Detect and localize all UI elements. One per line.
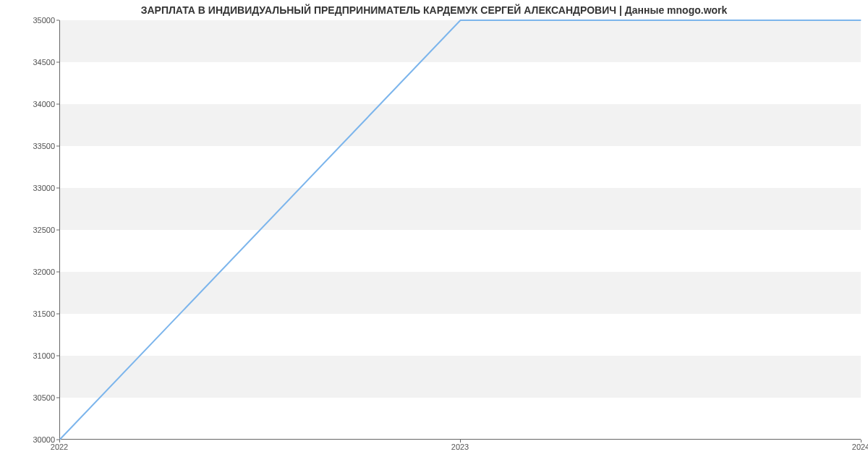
x-tick-mark <box>861 440 861 443</box>
y-tick-mark <box>56 146 59 147</box>
chart-title: ЗАРПЛАТА В ИНДИВИДУАЛЬНЫЙ ПРЕДПРИНИМАТЕЛ… <box>0 4 868 16</box>
y-tick-mark <box>56 62 59 63</box>
x-tick-label: 2022 <box>51 443 68 451</box>
line-layer <box>60 20 861 439</box>
y-tick-mark <box>56 104 59 105</box>
y-tick-mark <box>56 188 59 189</box>
data-line <box>60 20 860 439</box>
y-tick-label: 33500 <box>12 142 55 150</box>
x-tick-label: 2023 <box>451 443 469 451</box>
y-tick-label: 30000 <box>12 435 55 444</box>
y-tick-label: 33000 <box>12 184 55 192</box>
plot-area <box>59 20 861 440</box>
y-tick-mark <box>56 356 59 356</box>
y-tick-label: 32500 <box>12 226 55 234</box>
y-tick-mark <box>56 272 59 273</box>
y-tick-label: 34500 <box>12 58 55 67</box>
x-tick-mark <box>59 440 60 443</box>
y-tick-mark <box>56 398 59 398</box>
x-tick-label: 2024 <box>852 443 868 451</box>
y-tick-mark <box>56 20 59 21</box>
y-tick-label: 30500 <box>12 393 55 402</box>
chart-container: ЗАРПЛАТА В ИНДИВИДУАЛЬНЫЙ ПРЕДПРИНИМАТЕЛ… <box>0 0 868 470</box>
y-tick-mark <box>56 314 59 315</box>
y-tick-label: 35000 <box>12 16 55 25</box>
y-tick-label: 32000 <box>12 268 55 276</box>
x-tick-mark <box>460 440 461 443</box>
y-tick-label: 31500 <box>12 309 55 318</box>
y-tick-label: 31000 <box>12 351 55 360</box>
y-tick-label: 34000 <box>12 100 55 108</box>
y-tick-mark <box>56 230 59 231</box>
